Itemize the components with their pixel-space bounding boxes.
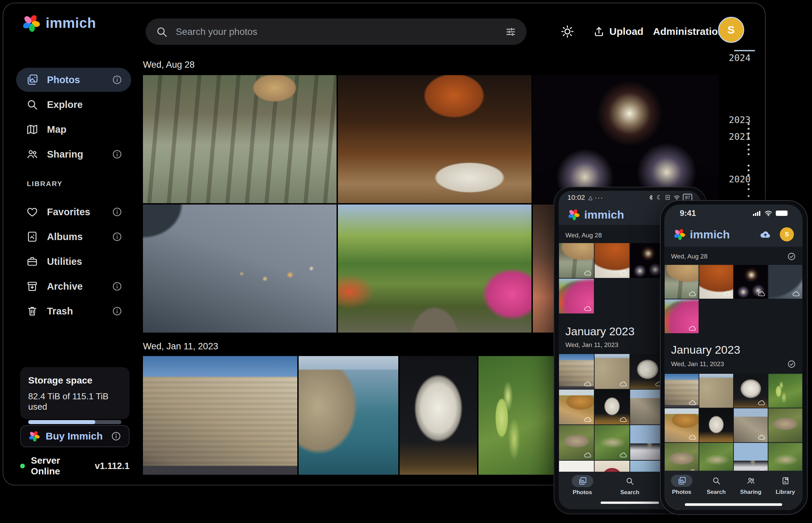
- search-icon: [712, 476, 721, 485]
- info-icon[interactable]: [112, 306, 122, 317]
- cloud-sync-icon: [619, 270, 627, 276]
- magnifier-icon: [26, 98, 38, 111]
- info-icon[interactable]: [112, 206, 122, 217]
- empty-grid-cell: [699, 300, 733, 333]
- nav-item-search[interactable]: Search: [616, 475, 644, 496]
- photo-thumbnail-coastal-fort[interactable]: [699, 374, 733, 408]
- status-time: 10:02: [567, 194, 585, 201]
- sidebar-item-label: Archive: [47, 281, 103, 292]
- sidebar-item-favorites[interactable]: Favorites: [16, 200, 131, 224]
- info-icon[interactable]: [111, 431, 121, 441]
- cloud-sync-icon: [619, 381, 627, 387]
- bluetooth-icon: [648, 194, 654, 201]
- sidebar-item-label: Photos: [47, 74, 103, 86]
- photo-thumbnail-zoo-monkeys[interactable]: [143, 75, 336, 203]
- date-header: Wed, Aug 28: [671, 253, 707, 260]
- server-status-label: Server Online: [31, 455, 89, 477]
- brand-name: immich: [46, 15, 96, 31]
- photo-thumbnail-lizard-moss[interactable]: [594, 425, 629, 460]
- photo-thumbnail-lizard[interactable]: [768, 408, 802, 442]
- info-icon[interactable]: [112, 231, 122, 242]
- sidebar-item-trash[interactable]: Trash: [16, 299, 131, 323]
- photo-thumbnail-marble-bust[interactable]: [400, 356, 477, 475]
- buy-immich-button[interactable]: Buy Immich: [20, 425, 129, 447]
- server-online-dot: [20, 464, 25, 468]
- administration-button[interactable]: Administration: [653, 21, 724, 42]
- photo-thumbnail-marble-sculpture[interactable]: [699, 408, 733, 442]
- cloud-backup-icon[interactable]: [760, 230, 771, 239]
- photo-thumbnail-fortress-wall[interactable]: [559, 354, 594, 389]
- sidebar-item-sharing[interactable]: Sharing: [16, 142, 131, 166]
- info-icon[interactable]: [112, 281, 122, 292]
- user-avatar[interactable]: S: [780, 227, 794, 241]
- photo-stack-icon: [677, 476, 686, 485]
- nav-item-photos[interactable]: Photos: [568, 475, 597, 496]
- photo-thumbnail-lizard[interactable]: [559, 425, 594, 460]
- photo-thumbnail-autumn-dinner[interactable]: [338, 75, 532, 203]
- nav-item-search[interactable]: Search: [702, 475, 731, 495]
- scrubber-year-2020[interactable]: 2020: [729, 174, 750, 184]
- photo-thumbnail-autumn-park[interactable]: [338, 204, 532, 332]
- photo-thumbnail-zoo-monkeys[interactable]: [559, 243, 594, 278]
- photo-thumbnail-zoo-monkeys[interactable]: [665, 265, 698, 299]
- app-logo[interactable]: immich: [21, 13, 96, 33]
- ios-screen: 9:41 immich: [664, 204, 802, 510]
- photo-thumbnail-autumn-dinner[interactable]: [699, 265, 733, 299]
- sidebar-item-albums[interactable]: Albums: [16, 224, 131, 249]
- upload-button[interactable]: Upload: [593, 21, 643, 42]
- nav-item-sharing[interactable]: Sharing: [737, 475, 765, 495]
- sidebar-item-label: Sharing: [47, 149, 103, 160]
- photo-thumbnail-autumn-park[interactable]: [665, 300, 698, 333]
- nav-item-photos[interactable]: Photos: [668, 475, 696, 495]
- cloud-sync-icon: [584, 416, 592, 422]
- sidebar-item-archive[interactable]: Archive: [16, 274, 131, 299]
- photo-thumbnail-beach-cliff[interactable]: [665, 408, 698, 442]
- photo-thumbnail-fortress-wall[interactable]: [143, 356, 297, 475]
- sidebar-item-explore[interactable]: Explore: [16, 92, 131, 117]
- photo-thumbnail-autumn-park[interactable]: [559, 278, 594, 313]
- nav-label: Photos: [573, 489, 592, 496]
- sidebar-item-label: Albums: [47, 231, 103, 242]
- cloud-sync-icon: [689, 325, 696, 331]
- photo-thumbnail-beach-cliff[interactable]: [559, 390, 594, 425]
- select-check-icon[interactable]: [787, 252, 796, 261]
- photo-thumbnail-green-berries[interactable]: [768, 374, 802, 408]
- photo-thumbnail-castle-ruins[interactable]: [734, 408, 768, 442]
- user-avatar[interactable]: S: [718, 17, 744, 43]
- archive-box-icon: [26, 280, 38, 292]
- active-nav-pill: [572, 475, 593, 487]
- cloud-sync-icon: [619, 416, 627, 422]
- sidebar-item-map[interactable]: Map: [16, 118, 131, 142]
- cloud-sync-icon: [689, 434, 696, 440]
- select-check-icon[interactable]: [787, 360, 796, 368]
- cloud-sync-icon: [723, 291, 731, 297]
- search-bar[interactable]: [145, 18, 526, 45]
- nav-item-library[interactable]: Library: [771, 475, 800, 495]
- photo-thumbnail-coastal-fort[interactable]: [299, 356, 398, 475]
- theme-toggle-button[interactable]: [560, 21, 574, 42]
- filter-sliders-icon[interactable]: [505, 26, 516, 38]
- photo-thumbnail-fireworks[interactable]: [734, 265, 768, 299]
- photo-thumbnail-holding-hands[interactable]: [768, 265, 802, 299]
- photo-thumbnail-holding-hands[interactable]: [143, 204, 336, 332]
- photo-thumbnail-autumn-dinner[interactable]: [594, 243, 629, 278]
- info-icon[interactable]: [112, 149, 122, 160]
- photo-thumbnail-fireworks[interactable]: [533, 75, 719, 203]
- photo-thumbnail-marble-sculpture[interactable]: [594, 390, 629, 425]
- scrubber-month-dot: [747, 174, 749, 176]
- nav-label: Photos: [672, 489, 692, 495]
- info-icon[interactable]: [112, 74, 122, 85]
- date-header: Wed, Jan 11, 2023: [143, 341, 218, 352]
- scrubber-month-dot: [747, 153, 749, 155]
- photo-thumbnail-coastal-fort[interactable]: [594, 354, 629, 389]
- sidebar-item-utilities[interactable]: Utilities: [16, 249, 131, 274]
- sidebar-item-photos[interactable]: Photos: [16, 68, 131, 92]
- photo-thumbnail-fortress-wall[interactable]: [665, 374, 698, 408]
- scrubber-year-2024[interactable]: 2024: [729, 53, 750, 63]
- photo-thumbnail-green-berries[interactable]: [479, 356, 556, 475]
- sidebar-item-label: Map: [47, 124, 131, 135]
- sidebar-item-label: Favorites: [47, 206, 103, 218]
- scrubber-position-line[interactable]: [734, 50, 755, 51]
- photo-thumbnail-marble-bust[interactable]: [734, 374, 768, 408]
- search-input[interactable]: [175, 26, 498, 38]
